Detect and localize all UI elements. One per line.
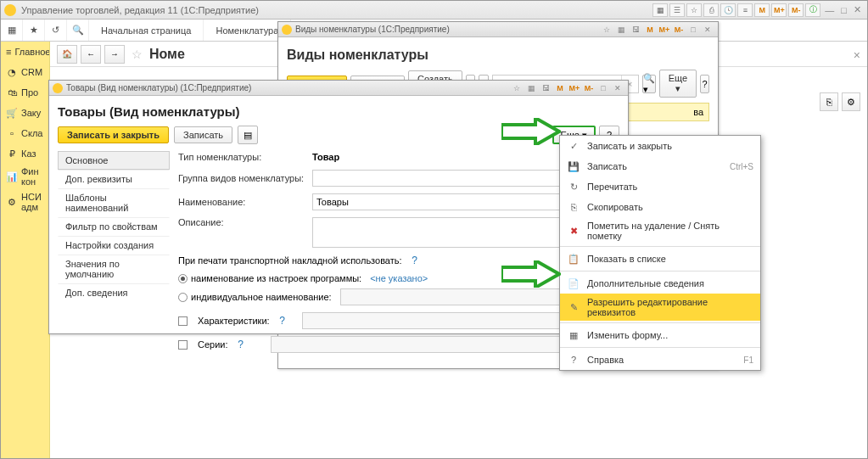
more-button-1[interactable]: Еще ▾ (659, 70, 697, 98)
extra-icon-button[interactable]: ▤ (238, 126, 258, 144)
apps-icon[interactable]: ▦ (1, 20, 23, 41)
char-checkbox[interactable] (178, 316, 188, 326)
fwd-button[interactable]: → (104, 45, 125, 64)
sidebar-item-finance[interactable]: ₽Каз (1, 143, 49, 164)
rc-btn-2[interactable]: ⚙ (842, 92, 860, 111)
rc-btn-1[interactable]: ⎘ (820, 92, 838, 111)
win1-close[interactable]: ✕ (701, 24, 714, 36)
back-button[interactable]: ← (81, 45, 101, 64)
check-icon: ✓ (567, 139, 580, 153)
win2-logo (53, 83, 63, 93)
win1-ic-3[interactable]: 🖫 (629, 24, 642, 36)
win2-ic-1[interactable]: ☆ (510, 82, 524, 94)
menu-show-list[interactable]: 📋Показать в списке (560, 249, 760, 269)
menu-allow-edit[interactable]: ✎Разрешить редактирование реквизитов (560, 294, 760, 321)
tb-info[interactable]: ⓘ (805, 3, 820, 17)
tb-mplus[interactable]: M+ (771, 3, 787, 17)
tb-btn-2[interactable]: ☰ (669, 3, 685, 17)
tb-btn-1[interactable]: ▦ (652, 3, 668, 17)
sidebar-item-stock[interactable]: ▫Скла (1, 123, 49, 143)
win2-max[interactable]: □ (596, 82, 610, 94)
ruble-icon: ₽ (6, 148, 18, 160)
win2-m[interactable]: M (553, 82, 567, 94)
sidebar-item-sales[interactable]: 🛍Про (1, 82, 49, 103)
tb-btn-4[interactable]: ⎙ (703, 3, 719, 17)
nav-create[interactable]: Настройки создания (58, 236, 170, 255)
fav-icon[interactable]: ★ (23, 20, 45, 41)
nav-main[interactable]: Основное (58, 151, 170, 170)
win2-mminus[interactable]: M- (582, 82, 596, 94)
tb-mminus[interactable]: M- (788, 3, 804, 17)
help-button-1[interactable]: ? (700, 75, 709, 93)
search-icon[interactable]: 🔍 (67, 20, 89, 41)
tb-m[interactable]: M (754, 3, 770, 17)
sidebar-item-main[interactable]: ≡Главное (1, 42, 49, 62)
tb-btn-3[interactable]: ☆ (686, 3, 702, 17)
win2-titlebar[interactable]: Товары (Вид номенклатуры) (1С:Предприяти… (49, 81, 628, 96)
edit-icon: ✎ (567, 300, 580, 314)
radio1-link[interactable]: <не указано> (370, 273, 428, 283)
history-icon[interactable]: ↺ (45, 20, 67, 41)
nav-filter[interactable]: Фильтр по свойствам (58, 217, 170, 236)
sidebar-item-purchase[interactable]: 🛒Заку (1, 103, 49, 123)
win-close[interactable]: ✕ (851, 4, 864, 15)
menu-icon: ≡ (6, 46, 11, 58)
win2-close[interactable]: ✕ (611, 82, 624, 94)
reload-icon: ↻ (567, 180, 580, 193)
menu-extra-info[interactable]: 📄Дополнительные сведения (560, 273, 760, 294)
name-label: Наименование: (178, 197, 305, 207)
win-max[interactable]: □ (838, 5, 849, 15)
menu-save[interactable]: 💾ЗаписатьCtrl+S (560, 156, 760, 176)
win1-m[interactable]: M (643, 24, 657, 36)
win-min[interactable]: — (822, 5, 837, 15)
win2-mplus[interactable]: M+ (568, 82, 581, 94)
sidebar-item-crm[interactable]: ◔CRM (1, 62, 49, 82)
menu-reload[interactable]: ↻Перечитать (560, 176, 760, 197)
win2-ic-3[interactable]: 🖫 (539, 82, 552, 94)
win1-max[interactable]: □ (686, 24, 700, 36)
mag-button[interactable]: 🔍▾ (642, 75, 656, 93)
win2-ic-2[interactable]: ▦ (524, 82, 538, 94)
page-close[interactable]: × (854, 48, 860, 62)
win1-ic-1[interactable]: ☆ (600, 24, 613, 36)
nav-extra[interactable]: Доп. сведения (58, 283, 170, 302)
page-title: Номе (149, 47, 185, 62)
radio-individual[interactable]: индивидуальное наименование: (178, 288, 619, 305)
tb-btn-6[interactable]: ≡ (737, 3, 753, 17)
win1-mminus[interactable]: M- (672, 24, 686, 36)
menu-copy[interactable]: ⎘Скопировать (560, 197, 760, 217)
win1-mplus[interactable]: M+ (658, 24, 671, 36)
tab-start[interactable]: Начальная страница (89, 20, 204, 41)
form-nav: Основное Доп. реквизиты Шаблоны наименов… (58, 151, 170, 360)
cart-icon: 🛒 (6, 107, 18, 119)
list-icon: 📋 (567, 252, 580, 266)
tb-btn-5[interactable]: 🕓 (720, 3, 736, 17)
win1-ic-2[interactable]: ▦ (614, 24, 628, 36)
desc-label: Описание: (178, 217, 305, 227)
nav-req[interactable]: Доп. реквизиты (58, 170, 170, 188)
arrow-2 (501, 260, 561, 288)
box-icon: ▫ (6, 127, 18, 139)
menu-save-close[interactable]: ✓Записать и закрыть (560, 136, 760, 156)
bag-icon: 🛍 (6, 87, 18, 98)
sidebar-item-admin[interactable]: ⚙НСИ адм (1, 189, 49, 215)
win1-titlebar[interactable]: Виды номенклатуры (1С:Предприятие) ☆ ▦ 🖫… (278, 22, 718, 37)
save-button[interactable]: Записать (174, 126, 232, 143)
gear-icon: ⚙ (6, 196, 18, 208)
char-help[interactable]: ? (277, 315, 288, 327)
app-title: Управление торговлей, редакция 11 (1С:Пр… (21, 5, 651, 15)
menu-help[interactable]: ?СправкаF1 (560, 350, 760, 370)
print-label: При печати транспортной накладной исполь… (178, 255, 402, 266)
menu-change-form[interactable]: ▦Изменить форму... (560, 325, 760, 345)
nav-templates[interactable]: Шаблоны наименований (58, 188, 170, 217)
series-help[interactable]: ? (235, 339, 247, 350)
save-close-button[interactable]: Записать и закрыть (58, 126, 169, 143)
series-checkbox[interactable] (178, 340, 188, 350)
print-help[interactable]: ? (409, 255, 421, 266)
nav-defaults[interactable]: Значения по умолчанию (58, 255, 170, 283)
menu-delete[interactable]: ✖Пометить на удаление / Снять пометку (560, 217, 760, 244)
win1-heading: Виды номенклатуры (287, 48, 709, 63)
star-icon[interactable]: ☆ (132, 48, 143, 61)
sidebar-item-reports[interactable]: 📊Фин кон (1, 164, 49, 189)
home-button[interactable]: 🏠 (57, 45, 77, 64)
